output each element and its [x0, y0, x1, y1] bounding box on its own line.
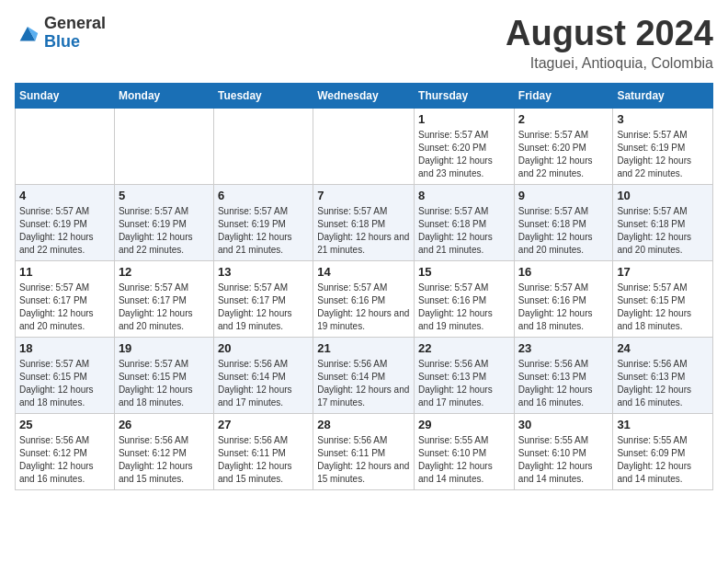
calendar-cell: 18Sunrise: 5:57 AMSunset: 6:15 PMDayligh… [16, 337, 115, 413]
day-info: Sunrise: 5:57 AMSunset: 6:19 PMDaylight:… [617, 129, 709, 180]
day-number: 19 [119, 341, 210, 355]
day-number: 15 [418, 265, 510, 279]
day-info: Sunrise: 5:56 AMSunset: 6:14 PMDaylight:… [218, 358, 309, 409]
day-number: 9 [518, 189, 609, 202]
calendar-cell: 10Sunrise: 5:57 AMSunset: 6:18 PMDayligh… [613, 184, 713, 260]
day-number: 16 [518, 265, 609, 279]
calendar-cell: 25Sunrise: 5:56 AMSunset: 6:12 PMDayligh… [16, 413, 115, 489]
calendar-cell: 9Sunrise: 5:57 AMSunset: 6:18 PMDaylight… [514, 184, 613, 260]
calendar-week-row: 11Sunrise: 5:57 AMSunset: 6:17 PMDayligh… [16, 260, 713, 337]
day-info: Sunrise: 5:56 AMSunset: 6:13 PMDaylight:… [617, 358, 709, 409]
calendar-cell: 16Sunrise: 5:57 AMSunset: 6:16 PMDayligh… [514, 260, 613, 337]
day-info: Sunrise: 5:57 AMSunset: 6:16 PMDaylight:… [418, 282, 510, 333]
calendar-cell: 30Sunrise: 5:55 AMSunset: 6:10 PMDayligh… [514, 413, 613, 489]
calendar-cell: 4Sunrise: 5:57 AMSunset: 6:19 PMDaylight… [16, 184, 115, 260]
calendar-table: SundayMondayTuesdayWednesdayThursdayFrid… [15, 83, 713, 490]
calendar-cell: 22Sunrise: 5:56 AMSunset: 6:13 PMDayligh… [415, 337, 515, 413]
calendar-cell: 8Sunrise: 5:57 AMSunset: 6:18 PMDaylight… [415, 184, 515, 260]
calendar-cell: 3Sunrise: 5:57 AMSunset: 6:19 PMDaylight… [613, 108, 713, 184]
day-info: Sunrise: 5:57 AMSunset: 6:19 PMDaylight:… [218, 205, 309, 257]
calendar-cell [114, 108, 213, 184]
day-info: Sunrise: 5:57 AMSunset: 6:17 PMDaylight:… [119, 282, 210, 333]
calendar-cell: 6Sunrise: 5:57 AMSunset: 6:19 PMDaylight… [213, 184, 313, 260]
day-number: 1 [418, 112, 510, 126]
day-info: Sunrise: 5:57 AMSunset: 6:18 PMDaylight:… [317, 205, 410, 257]
calendar-cell: 12Sunrise: 5:57 AMSunset: 6:17 PMDayligh… [114, 260, 213, 337]
main-title: August 2024 [506, 15, 713, 53]
day-number: 3 [617, 112, 709, 126]
day-number: 2 [518, 112, 609, 126]
day-number: 18 [19, 341, 110, 355]
logo-text: General Blue [44, 15, 106, 52]
day-info: Sunrise: 5:56 AMSunset: 6:11 PMDaylight:… [218, 434, 309, 486]
day-info: Sunrise: 5:57 AMSunset: 6:17 PMDaylight:… [19, 282, 110, 333]
calendar-cell: 28Sunrise: 5:56 AMSunset: 6:11 PMDayligh… [313, 413, 415, 489]
day-info: Sunrise: 5:55 AMSunset: 6:09 PMDaylight:… [617, 434, 709, 486]
weekday-header: Saturday [613, 83, 713, 108]
logo: General Blue [15, 15, 106, 52]
day-number: 14 [317, 265, 410, 279]
day-number: 28 [317, 418, 410, 431]
day-number: 22 [418, 341, 510, 355]
day-info: Sunrise: 5:56 AMSunset: 6:14 PMDaylight:… [317, 358, 410, 409]
calendar-cell: 5Sunrise: 5:57 AMSunset: 6:19 PMDaylight… [114, 184, 213, 260]
calendar-header-row: SundayMondayTuesdayWednesdayThursdayFrid… [16, 83, 713, 108]
day-number: 25 [19, 418, 110, 431]
calendar-cell: 1Sunrise: 5:57 AMSunset: 6:20 PMDaylight… [415, 108, 515, 184]
calendar-cell: 26Sunrise: 5:56 AMSunset: 6:12 PMDayligh… [114, 413, 213, 489]
weekday-header: Tuesday [213, 83, 313, 108]
day-info: Sunrise: 5:57 AMSunset: 6:20 PMDaylight:… [518, 129, 609, 180]
day-info: Sunrise: 5:57 AMSunset: 6:17 PMDaylight:… [218, 282, 309, 333]
day-number: 17 [617, 265, 709, 279]
day-info: Sunrise: 5:56 AMSunset: 6:13 PMDaylight:… [518, 358, 609, 409]
calendar-week-row: 25Sunrise: 5:56 AMSunset: 6:12 PMDayligh… [16, 413, 713, 489]
calendar-cell: 15Sunrise: 5:57 AMSunset: 6:16 PMDayligh… [415, 260, 515, 337]
day-info: Sunrise: 5:55 AMSunset: 6:10 PMDaylight:… [418, 434, 510, 486]
weekday-header: Monday [114, 83, 213, 108]
calendar-cell: 31Sunrise: 5:55 AMSunset: 6:09 PMDayligh… [613, 413, 713, 489]
day-info: Sunrise: 5:57 AMSunset: 6:16 PMDaylight:… [518, 282, 609, 333]
calendar-cell: 17Sunrise: 5:57 AMSunset: 6:15 PMDayligh… [613, 260, 713, 337]
calendar-cell: 21Sunrise: 5:56 AMSunset: 6:14 PMDayligh… [313, 337, 415, 413]
day-info: Sunrise: 5:57 AMSunset: 6:20 PMDaylight:… [418, 129, 510, 180]
day-number: 8 [418, 189, 510, 202]
day-number: 13 [218, 265, 309, 279]
day-number: 31 [617, 418, 709, 431]
day-info: Sunrise: 5:57 AMSunset: 6:15 PMDaylight:… [119, 358, 210, 409]
day-info: Sunrise: 5:56 AMSunset: 6:13 PMDaylight:… [418, 358, 510, 409]
day-info: Sunrise: 5:57 AMSunset: 6:15 PMDaylight:… [617, 282, 709, 333]
weekday-header: Wednesday [313, 83, 415, 108]
logo-icon [15, 20, 40, 46]
calendar-cell: 23Sunrise: 5:56 AMSunset: 6:13 PMDayligh… [514, 337, 613, 413]
day-info: Sunrise: 5:56 AMSunset: 6:12 PMDaylight:… [119, 434, 210, 486]
day-info: Sunrise: 5:57 AMSunset: 6:19 PMDaylight:… [119, 205, 210, 257]
day-info: Sunrise: 5:57 AMSunset: 6:16 PMDaylight:… [317, 282, 410, 333]
calendar-cell [213, 108, 313, 184]
calendar-cell [16, 108, 115, 184]
day-number: 23 [518, 341, 609, 355]
calendar-cell: 13Sunrise: 5:57 AMSunset: 6:17 PMDayligh… [213, 260, 313, 337]
calendar-cell: 24Sunrise: 5:56 AMSunset: 6:13 PMDayligh… [613, 337, 713, 413]
day-info: Sunrise: 5:57 AMSunset: 6:18 PMDaylight:… [518, 205, 609, 257]
weekday-header: Sunday [16, 83, 115, 108]
day-number: 29 [418, 418, 510, 431]
calendar-cell: 20Sunrise: 5:56 AMSunset: 6:14 PMDayligh… [213, 337, 313, 413]
title-block: August 2024 Itaguei, Antioquia, Colombia [506, 15, 713, 72]
day-info: Sunrise: 5:57 AMSunset: 6:19 PMDaylight:… [19, 205, 110, 257]
day-info: Sunrise: 5:57 AMSunset: 6:18 PMDaylight:… [617, 205, 709, 257]
calendar-week-row: 1Sunrise: 5:57 AMSunset: 6:20 PMDaylight… [16, 108, 713, 184]
day-number: 21 [317, 341, 410, 355]
day-number: 26 [119, 418, 210, 431]
calendar-week-row: 18Sunrise: 5:57 AMSunset: 6:15 PMDayligh… [16, 337, 713, 413]
weekday-header: Friday [514, 83, 613, 108]
day-info: Sunrise: 5:57 AMSunset: 6:18 PMDaylight:… [418, 205, 510, 257]
day-number: 6 [218, 189, 309, 202]
day-info: Sunrise: 5:56 AMSunset: 6:11 PMDaylight:… [317, 434, 410, 486]
calendar-cell: 14Sunrise: 5:57 AMSunset: 6:16 PMDayligh… [313, 260, 415, 337]
calendar-week-row: 4Sunrise: 5:57 AMSunset: 6:19 PMDaylight… [16, 184, 713, 260]
weekday-header: Thursday [415, 83, 515, 108]
day-number: 7 [317, 189, 410, 202]
day-number: 30 [518, 418, 609, 431]
page-header: General Blue August 2024 Itaguei, Antioq… [15, 15, 713, 72]
day-number: 10 [617, 189, 709, 202]
